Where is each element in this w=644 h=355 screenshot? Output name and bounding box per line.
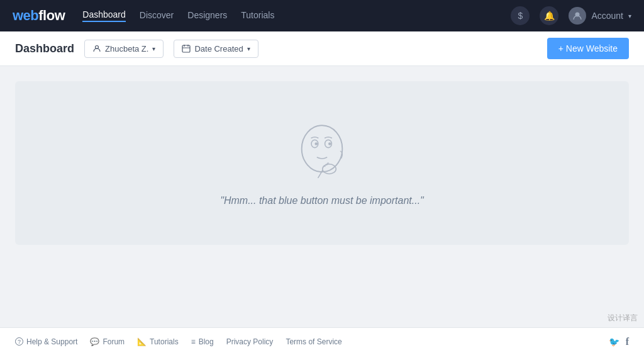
chevron-down-icon: ▾	[628, 13, 631, 20]
svg-point-3	[302, 125, 343, 172]
footer-privacy-label: Privacy Policy	[226, 337, 274, 346]
user-filter-chevron-icon: ▾	[152, 45, 155, 52]
footer-forum-label: Forum	[103, 337, 125, 346]
date-filter-chevron-icon: ▾	[247, 45, 250, 52]
nav-links: Dashboard Discover Designers Tutorials	[82, 9, 274, 22]
footer-terms-link[interactable]: Terms of Service	[286, 337, 341, 346]
svg-point-7	[328, 142, 331, 145]
bell-icon[interactable]: 🔔	[540, 6, 558, 25]
footer-links: ? Help & Support 💬 Forum 📐 Tutorials ≡ B…	[15, 337, 342, 346]
thinking-face-illustration	[291, 120, 353, 183]
nav-designers[interactable]: Designers	[187, 10, 227, 21]
help-icon: ?	[15, 337, 23, 346]
footer-help-link[interactable]: ? Help & Support	[15, 337, 77, 346]
footer-terms-label: Terms of Service	[286, 337, 341, 346]
account-button[interactable]: Account ▾	[569, 7, 631, 25]
logo-web: web	[13, 8, 38, 23]
account-label: Account	[591, 11, 623, 21]
nav-discover[interactable]: Discover	[140, 10, 174, 21]
empty-state-message: "Hmm... that blue button must be importa…	[220, 195, 424, 206]
toolbar-left: Dashboard Zhucbeta Z. ▾ Date Created ▾	[15, 40, 258, 58]
main-content: "Hmm... that blue button must be importa…	[0, 66, 644, 255]
navbar-right: $ 🔔 Account ▾	[511, 6, 631, 25]
forum-icon: 💬	[90, 337, 99, 346]
footer-help-label: Help & Support	[26, 337, 77, 346]
date-filter-label: Date Created	[194, 44, 243, 54]
watermark: 设计译言	[601, 309, 644, 327]
footer-blog-label: Blog	[199, 337, 214, 346]
facebook-icon[interactable]: f	[626, 336, 629, 347]
user-filter-label: Zhucbeta Z.	[105, 44, 148, 54]
footer-tutorials-link[interactable]: 📐 Tutorials	[137, 337, 179, 346]
navbar-left: webflow Dashboard Discover Designers Tut…	[13, 8, 274, 24]
logo: webflow	[13, 8, 65, 24]
date-filter-button[interactable]: Date Created ▾	[174, 40, 258, 58]
footer-blog-link[interactable]: ≡ Blog	[191, 337, 214, 346]
svg-point-5	[314, 142, 318, 145]
footer-social: 🐦 f	[609, 336, 629, 347]
nav-dashboard[interactable]: Dashboard	[82, 9, 126, 22]
calendar-icon	[182, 44, 191, 53]
navbar: webflow Dashboard Discover Designers Tut…	[0, 0, 644, 31]
svg-rect-2	[182, 45, 190, 52]
footer: ? Help & Support 💬 Forum 📐 Tutorials ≡ B…	[0, 327, 644, 355]
footer-tutorials-label: Tutorials	[150, 337, 179, 346]
toolbar: Dashboard Zhucbeta Z. ▾ Date Created ▾ +…	[0, 31, 644, 66]
avatar	[569, 7, 586, 25]
nav-tutorials[interactable]: Tutorials	[241, 10, 274, 21]
user-filter-icon	[92, 44, 101, 53]
page-title: Dashboard	[15, 42, 74, 55]
twitter-icon[interactable]: 🐦	[609, 337, 619, 347]
user-filter-button[interactable]: Zhucbeta Z. ▾	[84, 40, 164, 58]
new-website-button[interactable]: + New Website	[547, 38, 629, 59]
tutorials-icon: 📐	[137, 337, 147, 346]
footer-privacy-link[interactable]: Privacy Policy	[226, 337, 274, 346]
logo-flow: flow	[38, 8, 65, 23]
footer-forum-link[interactable]: 💬 Forum	[90, 337, 125, 346]
blog-icon: ≡	[191, 337, 196, 346]
dollar-icon[interactable]: $	[511, 6, 530, 25]
empty-state: "Hmm... that blue button must be importa…	[15, 81, 629, 245]
